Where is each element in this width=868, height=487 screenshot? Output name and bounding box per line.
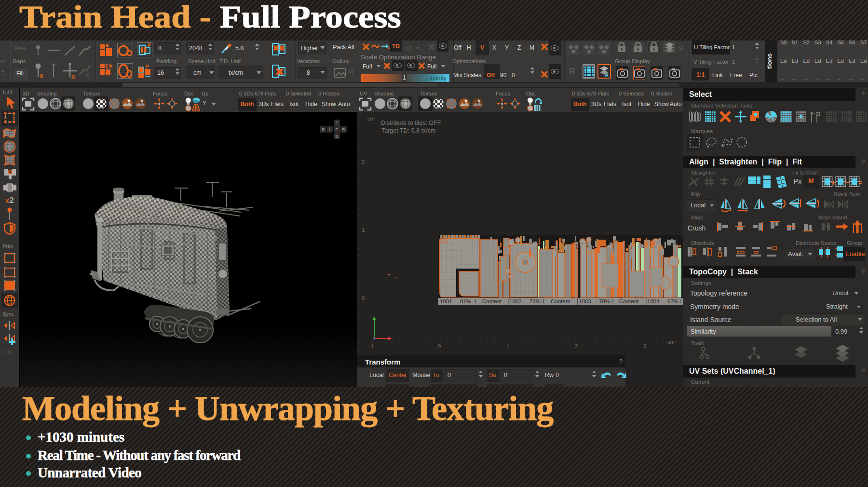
svg-text:L: L [475,298,478,304]
svg-text:1004: 1004 [647,298,660,304]
svg-text:Content: Content [551,298,570,304]
svg-text:P: P [146,64,149,69]
svg-text:1003: 1003 [579,298,591,304]
svg-text:74%: 74% [529,298,541,304]
svg-text:A: A [605,72,609,78]
svg-text:x: x [86,71,90,78]
svg-text:1001: 1001 [440,298,452,304]
svg-text:x: x [71,72,76,80]
svg-text:P: P [148,43,151,48]
svg-text:L: L [543,298,546,304]
svg-text:67%: 67% [667,298,678,304]
svg-text:78%: 78% [599,298,610,304]
svg-text:Content: Content [619,298,639,304]
svg-text:x: x [40,72,43,80]
svg-text:L: L [679,298,683,304]
svg-text:L: L [611,298,615,304]
svg-text:81%: 81% [460,298,471,304]
svg-text:Content: Content [482,298,502,304]
svg-text:1002: 1002 [509,298,522,304]
